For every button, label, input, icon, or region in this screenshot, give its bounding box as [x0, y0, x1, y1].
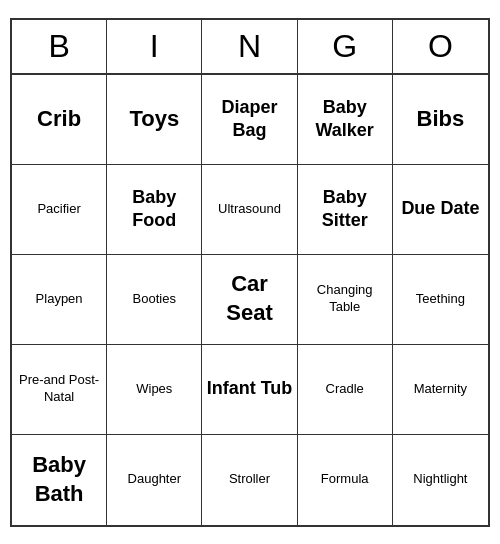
bingo-grid: CribToysDiaper BagBaby WalkerBibsPacifie…: [12, 75, 488, 525]
bingo-cell: Ultrasound: [202, 165, 297, 255]
bingo-cell: Baby Food: [107, 165, 202, 255]
bingo-cell: Crib: [12, 75, 107, 165]
bingo-cell: Stroller: [202, 435, 297, 525]
bingo-cell: Toys: [107, 75, 202, 165]
bingo-cell: Car Seat: [202, 255, 297, 345]
bingo-cell: Baby Bath: [12, 435, 107, 525]
bingo-cell: Maternity: [393, 345, 488, 435]
bingo-cell: Cradle: [298, 345, 393, 435]
bingo-letter: I: [107, 20, 202, 73]
bingo-cell: Diaper Bag: [202, 75, 297, 165]
bingo-letter: G: [298, 20, 393, 73]
bingo-cell: Teething: [393, 255, 488, 345]
bingo-cell: Wipes: [107, 345, 202, 435]
bingo-cell: Nightlight: [393, 435, 488, 525]
bingo-cell: Baby Walker: [298, 75, 393, 165]
bingo-cell: Daughter: [107, 435, 202, 525]
bingo-cell: Changing Table: [298, 255, 393, 345]
bingo-letter: O: [393, 20, 488, 73]
bingo-cell: Due Date: [393, 165, 488, 255]
bingo-cell: Booties: [107, 255, 202, 345]
bingo-letter: N: [202, 20, 297, 73]
bingo-cell: Pre-and Post-Natal: [12, 345, 107, 435]
bingo-cell: Baby Sitter: [298, 165, 393, 255]
bingo-cell: Playpen: [12, 255, 107, 345]
bingo-letter: B: [12, 20, 107, 73]
bingo-card: BINGO CribToysDiaper BagBaby WalkerBibsP…: [10, 18, 490, 527]
bingo-cell: Bibs: [393, 75, 488, 165]
bingo-cell: Infant Tub: [202, 345, 297, 435]
bingo-header: BINGO: [12, 20, 488, 75]
bingo-cell: Formula: [298, 435, 393, 525]
bingo-cell: Pacifier: [12, 165, 107, 255]
